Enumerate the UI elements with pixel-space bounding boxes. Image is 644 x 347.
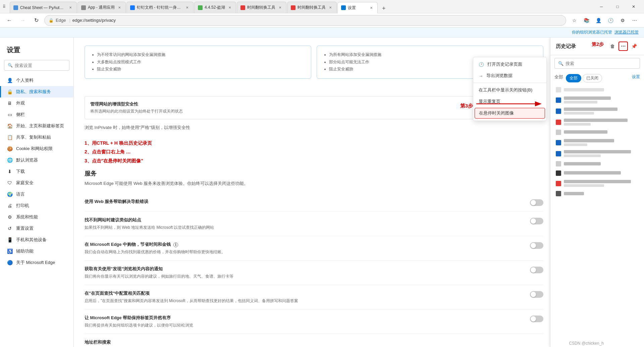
favorites-button[interactable]: ☆ (569, 15, 580, 26)
list-item[interactable] (550, 168, 644, 178)
tab-close-btn[interactable]: ✕ (184, 5, 190, 10)
toggle-discover[interactable] (530, 267, 543, 273)
search-input[interactable] (15, 63, 66, 68)
close-button[interactable]: ✕ (626, 1, 641, 12)
address-bar[interactable]: 🔒 Edge | edge://settings/privacy (44, 15, 566, 26)
maximize-button[interactable]: □ (610, 1, 625, 12)
tab-g[interactable]: 4.4.52-盗湖 ✕ (194, 2, 236, 13)
toggle-findmatch[interactable] (530, 291, 543, 298)
about-icon: 🔵 (7, 260, 13, 266)
sidebar-item-defaultbrowser[interactable]: 🌐 默认浏览器 (0, 154, 73, 166)
sidebar-item-reset[interactable]: ↺ 重置设置 (0, 223, 73, 234)
main-layout: 设置 🔍 👤 个人资料 🔒 隐私、搜索和服务 🖥 外观 ▭ 侧栏 (0, 38, 644, 347)
history-delete-btn[interactable]: 🗑 (608, 42, 617, 51)
service-text: 地址栏和搜索 管理在地址栏中使用的搜索建议和搜索引擎 (85, 339, 537, 347)
forward-button[interactable]: → (17, 15, 28, 26)
title-bar: ⠿ Cheat Sheet — PyAutoGUI docu... ✕ App … (0, 0, 644, 13)
sidebar-item-downloads[interactable]: ⬇ 下载 (0, 166, 73, 177)
settings-button[interactable]: ⚙ (617, 15, 628, 26)
tab-time2[interactable]: 时间翻转换工具 ✕ (287, 2, 337, 13)
sidebar-item-language[interactable]: 🌍 语言 (0, 189, 73, 200)
history-item-title (564, 150, 631, 153)
sidebar-item-newtab[interactable]: 🏠 开始、主页和新建标签页 (0, 120, 73, 132)
tab-close-btn[interactable]: ✕ (369, 5, 374, 10)
notification-link[interactable]: 浏览器已托管 (614, 30, 639, 34)
tab-close-btn[interactable]: ✕ (277, 5, 283, 10)
sidebar-item-appearance[interactable]: 🖥 外观 (0, 97, 73, 109)
sidebar-item-about[interactable]: 🔵 关于 Microsoft Edge (0, 257, 73, 268)
context-menu-export[interactable]: → 导出浏览数据 (473, 70, 546, 81)
reload-button[interactable]: ↻ (31, 15, 42, 26)
history-button[interactable]: 🕐 (605, 15, 616, 26)
history-pin-btn[interactable]: 📌 (629, 42, 639, 51)
tab-close-btn[interactable]: ✕ (227, 5, 232, 10)
more-button[interactable]: ⋯ (629, 15, 640, 26)
sidebar-item-share[interactable]: 📋 共享、复制和粘贴 (0, 132, 73, 143)
search-box[interactable]: 🔍 (4, 60, 69, 71)
filter-closed[interactable]: 已关闭 (583, 74, 602, 82)
service-desc: 启用后，"在页面查找"搜索和网页内容将发送到 Microsoft，从而帮助查找更… (85, 298, 523, 304)
service-desc: 如果找不到网站，则 Web 地址将发送给 Microsoft 以尝试查找正确的网… (85, 224, 523, 230)
export-icon: → (479, 73, 483, 78)
filter-all[interactable]: 全部 (566, 74, 581, 82)
collections-button[interactable]: 📚 (581, 15, 592, 26)
context-menu-toolbar[interactable]: 在工具栏中显示关闭按钮(B) (473, 84, 546, 96)
tab-cheatsheet[interactable]: Cheat Sheet — PyAutoGUI docu... ✕ (10, 2, 77, 13)
list-item[interactable] (550, 106, 644, 117)
back-button[interactable]: ← (4, 15, 15, 26)
sidebar-item-system[interactable]: ⚙ 系统和性能 (0, 211, 73, 223)
sidebar-item-cookies[interactable]: 🍪 Cookie 和网站权限 (0, 143, 73, 154)
context-menu-open-history[interactable]: 🕐 打开历史记录页面 (473, 59, 546, 70)
sidebar-item-family[interactable]: 🛡 家庭安全 (0, 177, 73, 189)
tab-close-btn[interactable]: ✕ (68, 5, 73, 10)
history-search-input[interactable] (566, 61, 636, 66)
list-item[interactable] (550, 178, 644, 189)
profile-button[interactable]: 👤 (593, 15, 604, 26)
context-menu-resume[interactable]: 显示重复页 (473, 96, 546, 107)
list-item[interactable] (550, 128, 644, 137)
sidebar-item-print[interactable]: 🖨 打印机 (0, 200, 73, 211)
minimize-button[interactable]: ─ (594, 1, 609, 12)
toggle-similar[interactable] (530, 218, 543, 224)
context-menu-suspend-image[interactable]: 在悬停时关闭图像 (475, 108, 545, 119)
history-settings-link[interactable]: 设置 (632, 74, 640, 82)
tab-close-btn[interactable]: ✕ (328, 5, 333, 10)
new-tab-button[interactable]: + (378, 4, 389, 13)
service-title: 在"在页面查找"中配置相关匹配项 (85, 290, 523, 296)
context-menu-label: 显示重复页 (479, 98, 500, 105)
list-item[interactable] (550, 117, 644, 128)
sidebar-item-profile[interactable]: 👤 个人资料 (0, 75, 73, 86)
tab-favicon (81, 5, 86, 10)
sidebar-item-mobile[interactable]: 📱 手机和其他设备 (0, 234, 73, 246)
tab-title: App - 通用应用 (88, 5, 115, 10)
toggle-webservice[interactable] (530, 199, 543, 206)
cookies-icon: 🍪 (7, 146, 13, 152)
nav-bar: ← → ↻ 🔒 Edge | edge://settings/privacy ☆… (0, 13, 644, 27)
list-item[interactable] (550, 189, 644, 198)
filter-label: 全部 (554, 74, 563, 82)
list-item[interactable] (550, 137, 644, 148)
sidebar-item-privacy[interactable]: 🔒 隐私、搜索和服务 (0, 86, 73, 97)
history-item-text (564, 139, 639, 146)
sidebar-label-sidebar: 侧栏 (16, 112, 25, 118)
list-item[interactable] (550, 94, 644, 106)
service-text: 在 Microsoft Edge 中购物，节省时间和金钱 ℹ 我们会自动在网络上… (85, 241, 523, 255)
mobile-icon: 📱 (7, 237, 13, 243)
history-more-btn[interactable]: ⋯ (619, 42, 628, 51)
sidebar-item-accessibility[interactable]: ♿ 辅助功能 (0, 246, 73, 257)
tab-dingding[interactable]: 钉钉文档 - 钉钉统一身份认证 ✕ (126, 2, 194, 13)
service-title: 获取有关使用"发现"浏览相关内容的通知 (85, 266, 523, 272)
toggle-taborganize[interactable] (530, 316, 543, 322)
history-search-box[interactable]: 🔍 (554, 58, 640, 69)
tab-time1[interactable]: 时间翻转换工具 ✕ (237, 2, 286, 13)
list-item[interactable] (550, 148, 644, 159)
list-item[interactable] (550, 85, 644, 94)
sidebar-icon: ▭ (7, 112, 13, 118)
list-item[interactable] (550, 159, 644, 168)
sidebar-item-sidebar[interactable]: ▭ 侧栏 (0, 109, 73, 120)
tab-close-btn[interactable]: ✕ (117, 5, 122, 10)
history-item-text (564, 180, 639, 187)
toggle-shopping[interactable] (530, 242, 543, 249)
tab-settings[interactable]: 设置 ✕ (337, 2, 378, 13)
tab-app[interactable]: App - 通用应用 ✕ (77, 2, 126, 13)
